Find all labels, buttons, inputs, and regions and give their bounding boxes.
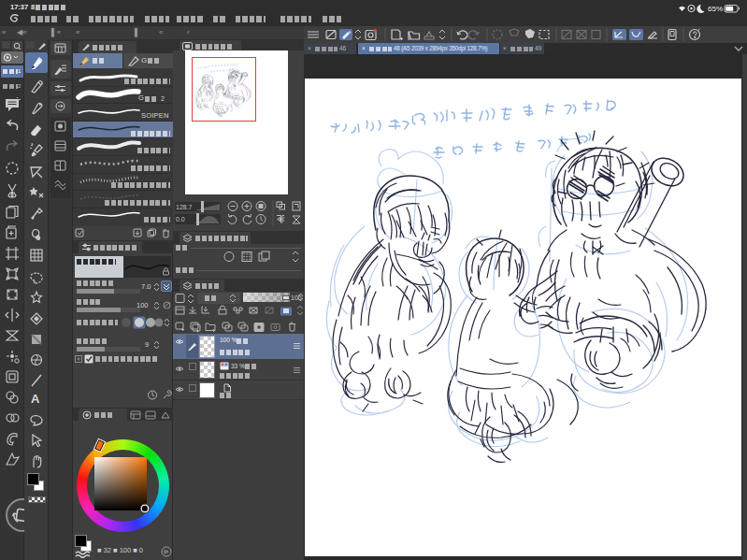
svg-text:65%: 65% bbox=[708, 5, 723, 13]
